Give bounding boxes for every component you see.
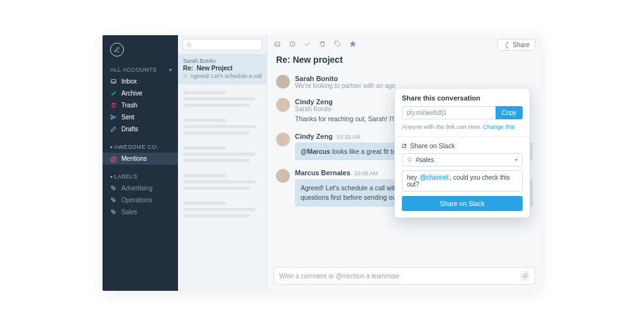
sidebar-section-labels[interactable]: ▾ LABELS [103, 170, 178, 182]
slack-section-header: Share on Slack [402, 142, 523, 149]
section-label: ALL ACCOUNTS [110, 67, 157, 73]
sidebar: ALL ACCOUNTS ▾ Inbox Archive Trash Sent … [103, 35, 178, 291]
card-from: Sarah Bonito [183, 58, 262, 64]
avatar [276, 133, 290, 146]
slack-mention: @channel [419, 174, 450, 181]
sidebar-item-label: Advertising [121, 185, 152, 192]
tag-icon [110, 185, 117, 192]
sidebar-item-label: Sent [121, 114, 135, 121]
inbox-icon [110, 78, 117, 85]
conversation-card[interactable]: Sarah Bonito Re: New Project Agreed! Let… [178, 54, 267, 84]
message-from: Cindy Zeng [295, 98, 333, 106]
inbox-open-icon[interactable] [274, 40, 281, 50]
sidebar-item-label: Drafts [121, 126, 138, 133]
sidebar-section-all-accounts[interactable]: ALL ACCOUNTS ▾ [103, 63, 178, 75]
mention-icon[interactable]: @ [521, 271, 530, 280]
conversation-card-placeholder [178, 167, 267, 195]
sidebar-item-mentions[interactable]: @ Mentions [103, 153, 178, 165]
avatar [276, 169, 290, 183]
chevron-down-icon: ▾ [110, 144, 113, 150]
chevron-down-icon: ▾ [110, 174, 113, 180]
sidebar-item-sent[interactable]: Sent [103, 111, 178, 123]
thread-title: Re: New project [267, 55, 541, 68]
composer-placeholder: Write a comment or @mention a teammate [279, 273, 399, 280]
sidebar-item-trash[interactable]: Trash [103, 99, 178, 111]
trash-icon[interactable] [319, 40, 326, 50]
check-icon [110, 90, 117, 97]
share-label: Share [513, 41, 530, 48]
card-subject: Re: New Project [183, 65, 262, 72]
message-from: Cindy Zeng [295, 133, 333, 140]
slack-icon [402, 144, 406, 148]
tag-icon [110, 197, 117, 204]
app-window: ALL ACCOUNTS ▾ Inbox Archive Trash Sent … [103, 35, 541, 291]
share-permission-note: Anyone with the link can view. Change th… [395, 123, 530, 136]
avatar [276, 98, 290, 112]
section-label: LABELS [114, 173, 172, 180]
tag-icon[interactable] [334, 40, 341, 50]
conversation-card-placeholder [178, 195, 267, 222]
share-url-field[interactable]: ply.ml/aie8dfj1 [402, 106, 496, 119]
app-logo [110, 43, 124, 57]
slack-message-input[interactable]: hey @channel, could you check this out? [402, 170, 523, 192]
message-time: 10:45 AM [354, 170, 378, 177]
conversation-card-placeholder [178, 112, 267, 139]
check-icon[interactable] [304, 40, 311, 50]
trash-icon [110, 102, 117, 109]
chevron-down-icon: ▾ [515, 157, 518, 163]
conversation-card-placeholder [178, 139, 267, 167]
sidebar-item-label: Trash [121, 102, 137, 109]
svg-point-2 [408, 158, 411, 161]
sidebar-item-drafts[interactable]: Drafts [103, 123, 178, 135]
sidebar-item-archive[interactable]: Archive [103, 87, 178, 99]
sidebar-item-advertising[interactable]: Advertising [103, 182, 178, 194]
at-icon: @ [110, 155, 117, 162]
sidebar-item-sales[interactable]: Sales [103, 206, 178, 218]
copy-button[interactable]: Copy [496, 106, 523, 119]
send-icon [110, 114, 117, 121]
slack-channel-select[interactable]: #sales ▾ [402, 153, 523, 166]
star-icon[interactable] [349, 40, 357, 50]
clock-icon[interactable] [289, 40, 296, 50]
pencil-icon [110, 126, 117, 133]
comment-composer[interactable]: Write a comment or @mention a teammate @ [274, 267, 535, 285]
sidebar-item-label: Archive [121, 90, 142, 97]
message-from: Marcus Bernales [295, 169, 350, 177]
share-popover-title: Share this conversation [395, 89, 530, 106]
svg-point-0 [188, 43, 191, 46]
message-from: Sarah Bonito [295, 75, 338, 82]
sidebar-item-inbox[interactable]: Inbox [103, 75, 178, 87]
card-preview: Agreed! Let's schedule a call… [183, 73, 262, 79]
section-label: AWESOME CO. [114, 144, 172, 150]
avatar [276, 75, 290, 89]
search-input[interactable] [182, 39, 262, 50]
sidebar-item-label: Mentions [121, 155, 147, 162]
sidebar-item-operations[interactable]: Operations [103, 194, 178, 206]
conversation-list: Sarah Bonito Re: New Project Agreed! Let… [178, 35, 267, 291]
sidebar-item-label: Inbox [121, 78, 136, 85]
share-on-slack-button[interactable]: Share on Slack [402, 196, 523, 211]
chevron-down-icon: ▾ [169, 67, 172, 73]
change-permission-link[interactable]: Change this [483, 123, 515, 130]
slack-channel-value: #sales [416, 156, 434, 163]
conversation-card-placeholder [178, 84, 267, 112]
sidebar-section-awesome-co[interactable]: ▾ AWESOME CO. [103, 140, 178, 153]
sidebar-item-label: Sales [121, 209, 137, 215]
share-popover: Share this conversation ply.ml/aie8dfj1 … [394, 88, 530, 218]
toolbar: Share [267, 35, 541, 55]
sidebar-item-label: Operations [121, 197, 152, 204]
avatar-dot-icon [183, 74, 187, 79]
message-time: 10:33 AM [336, 134, 360, 140]
share-button[interactable]: Share [497, 39, 535, 51]
tag-icon [110, 209, 117, 215]
